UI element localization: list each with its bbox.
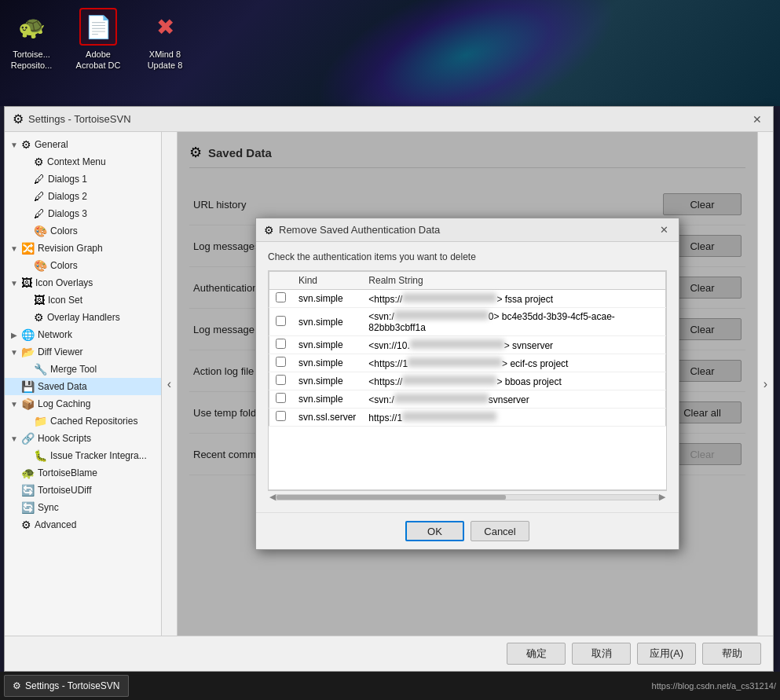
- dialog-body: Check the authentication items you want …: [256, 242, 679, 512]
- sidebar-item-icon-overlays[interactable]: ▼ 🖼 Icon Overlays: [5, 274, 161, 291]
- sidebar-item-general[interactable]: ▼ ⚙ General: [5, 136, 161, 153]
- sidebar-item-sync[interactable]: 🔄 Sync: [5, 499, 161, 516]
- sidebar-item-hook-scripts[interactable]: ▼ 🔗 Hook Scripts: [5, 430, 161, 447]
- sidebar-item-dialogs2[interactable]: 🖊 Dialogs 2: [17, 188, 161, 205]
- xmind-icon: ✖: [146, 8, 184, 46]
- nav-arrow-right[interactable]: ›: [757, 132, 773, 636]
- sidebar-item-colors[interactable]: 🎨 Colors: [17, 222, 161, 240]
- row-kind: svn.simple: [292, 308, 362, 336]
- acrobat-label: AdobeAcrobat DC: [76, 49, 121, 71]
- dialog-ok-button[interactable]: OK: [405, 521, 464, 541]
- sidebar-item-dialogs1[interactable]: 🖊 Dialogs 1: [17, 170, 161, 188]
- cancel-button[interactable]: 取消: [572, 643, 631, 665]
- sidebar-item-saved-data[interactable]: 💾 Saved Data: [5, 378, 161, 395]
- sidebar-item-diff-viewer[interactable]: ▼ 📂 Diff Viewer: [5, 343, 161, 361]
- row-checkbox[interactable]: [276, 393, 286, 403]
- help-button[interactable]: 帮助: [702, 643, 761, 665]
- sync-icon: 🔄: [21, 501, 35, 514]
- expand-icon: [21, 364, 32, 375]
- row-checkbox-cell: [269, 372, 293, 390]
- sidebar-item-icon-set[interactable]: 🖼 Icon Set: [17, 291, 161, 309]
- auth-table-header: Kind Realm String: [269, 272, 666, 290]
- expand-icon: ▼: [9, 433, 20, 444]
- expand-icon: [9, 467, 20, 478]
- sidebar-item-revision-graph[interactable]: ▼ 🔀 Revision Graph: [5, 240, 161, 257]
- row-checkbox[interactable]: [276, 292, 286, 302]
- dialog-cancel-button[interactable]: Cancel: [471, 521, 529, 541]
- auth-table-area: Kind Realm String svn.simple <https://> …: [268, 270, 667, 490]
- hook-scripts-icon: 🔗: [21, 432, 35, 445]
- scrollbar-track[interactable]: [276, 494, 659, 500]
- horizontal-scrollbar[interactable]: ◀ ▶: [268, 490, 667, 503]
- sidebar-item-advanced[interactable]: ⚙ Advanced: [5, 516, 161, 533]
- sidebar-item-merge-tool[interactable]: 🔧 Merge Tool: [17, 361, 161, 378]
- cached-repos-icon: 📁: [34, 415, 47, 427]
- row-checkbox-cell: [269, 290, 293, 308]
- expand-icon: [9, 519, 20, 530]
- row-checkbox[interactable]: [276, 316, 286, 326]
- sidebar-label-rev-colors: Colors: [50, 260, 78, 271]
- expand-icon: [21, 260, 32, 271]
- apply-button[interactable]: 应用(A): [637, 643, 696, 665]
- window-close-button[interactable]: ✕: [749, 112, 765, 127]
- window-title: Settings - TortoiseSVN: [28, 113, 749, 125]
- taskbar-icon: ⚙: [13, 680, 21, 691]
- desktop-icon-tortoise[interactable]: 🐢 Tortoise... Reposito...: [0, 4, 63, 75]
- desktop-icon-acrobat[interactable]: 📄 AdobeAcrobat DC: [67, 4, 130, 75]
- scrollbar-thumb[interactable]: [276, 495, 506, 500]
- row-kind: svn.simple: [292, 390, 362, 409]
- advanced-icon: ⚙: [21, 519, 31, 531]
- diff-viewer-icon: 📂: [21, 346, 35, 358]
- sidebar-item-overlay-handlers[interactable]: ⚙ Overlay Handlers: [17, 309, 161, 326]
- row-realm: <https://> fssa project: [362, 290, 665, 308]
- dialog-description: Check the authentication items you want …: [268, 251, 667, 262]
- sidebar-item-tortoiseblame[interactable]: 🐢 TortoiseBlame: [5, 464, 161, 482]
- nav-arrow-left[interactable]: ‹: [162, 132, 178, 636]
- sidebar-item-log-caching[interactable]: ▼ 📦 Log Caching: [5, 395, 161, 412]
- sidebar-item-rev-colors[interactable]: 🎨 Colors: [17, 257, 161, 274]
- expand-icon: ▼: [9, 346, 20, 357]
- sidebar-item-dialogs3[interactable]: 🖊 Dialogs 3: [17, 205, 161, 222]
- row-checkbox[interactable]: [276, 357, 286, 367]
- row-realm: <https://> bboas project: [362, 372, 665, 390]
- table-row: svn.simple <https://1> ecif-cs project: [269, 354, 666, 372]
- sidebar-label-revision-graph: Revision Graph: [38, 243, 103, 254]
- dialog-close-button[interactable]: ✕: [657, 223, 671, 237]
- row-checkbox[interactable]: [276, 375, 286, 385]
- expand-icon: [21, 225, 32, 236]
- expand-icon: ▼: [9, 398, 20, 409]
- ok-button[interactable]: 确定: [507, 643, 566, 665]
- sidebar-label-icon-set: Icon Set: [48, 295, 82, 306]
- sidebar-item-context-menu[interactable]: ⚙ Context Menu: [17, 153, 161, 170]
- dialog-title: Remove Saved Authentication Data: [279, 224, 657, 236]
- revision-graph-icon: 🔀: [21, 242, 35, 255]
- window-body: ▼ ⚙ General ⚙ Context Menu 🖊 Dialogs 1 🖊: [5, 132, 773, 636]
- sidebar-item-network[interactable]: ▶ 🌐 Network: [5, 326, 161, 343]
- sidebar-label-dialogs2: Dialogs 2: [48, 191, 87, 202]
- row-checkbox[interactable]: [276, 339, 286, 349]
- main-content: ⚙ Saved Data URL history Clear Log messa…: [178, 132, 757, 636]
- hook-scripts-children: 🐛 Issue Tracker Integra...: [5, 447, 161, 464]
- expand-icon: ▼: [9, 243, 20, 254]
- expand-icon: [21, 450, 32, 461]
- sidebar-item-cached-repos[interactable]: 📁 Cached Repositories: [17, 412, 161, 430]
- context-menu-icon: ⚙: [34, 156, 44, 168]
- expand-icon: [21, 156, 32, 167]
- sidebar-label-saved-data: Saved Data: [38, 381, 87, 392]
- taskbar-item-settings[interactable]: ⚙ Settings - TortoiseSVN: [4, 675, 129, 697]
- sidebar-label-merge-tool: Merge Tool: [50, 364, 97, 375]
- desktop: 🐢 Tortoise... Reposito... 📄 AdobeAcrobat…: [0, 0, 780, 106]
- dialog-footer: OK Cancel: [256, 512, 679, 549]
- expand-icon: ▶: [9, 329, 20, 340]
- row-checkbox[interactable]: [276, 411, 286, 421]
- expand-icon: ▼: [9, 139, 20, 150]
- sidebar-item-tortoisediff[interactable]: 🔄 TortoiseUDiff: [5, 482, 161, 499]
- general-children: ⚙ Context Menu 🖊 Dialogs 1 🖊 Dialogs 2 🖊: [5, 153, 161, 240]
- desktop-icon-xmind[interactable]: ✖ XMind 8Update 8: [134, 4, 196, 75]
- row-checkbox-cell: [269, 336, 293, 354]
- desktop-glow: [294, 0, 637, 106]
- sidebar-item-issue-tracker[interactable]: 🐛 Issue Tracker Integra...: [17, 447, 161, 464]
- expand-icon: [9, 485, 20, 496]
- sidebar-label-advanced: Advanced: [35, 519, 76, 530]
- icon-overlays-children: 🖼 Icon Set ⚙ Overlay Handlers: [5, 291, 161, 326]
